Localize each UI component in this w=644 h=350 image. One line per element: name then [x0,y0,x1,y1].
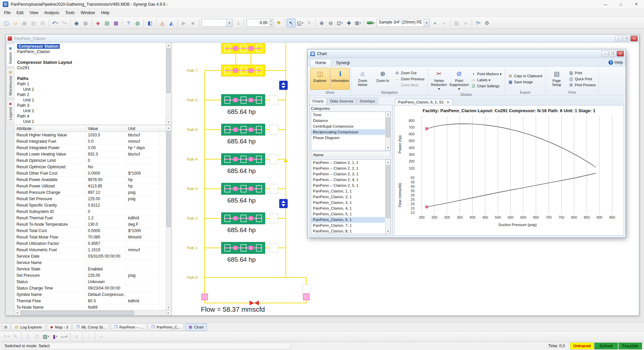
sidebar-tab-legend[interactable]: ◆Legend [6,99,14,123]
chart-window-titlebar[interactable]: ▦ Chart — ❐ ✕ [308,49,626,58]
category-item[interactable]: Time [311,112,385,118]
page-setup-button[interactable]: ▤Page Setup [547,68,567,90]
scenario-combo[interactable]: ▾ [202,19,232,27]
highlight-color-tool[interactable]: ▮▾ [51,332,59,341]
chart-name-item[interactable]: PanPenn_Clarion, 5, 1 [311,211,385,217]
chart-minimize-button[interactable]: — [601,51,608,56]
help[interactable]: ?▾ [474,18,482,27]
chart-name-item[interactable]: PanPenn_Clarion, 1, 1 [311,188,385,194]
chart-doc-tab[interactable]: ▦Chart [185,323,207,331]
add-node-tool[interactable]: + [431,18,439,27]
world-options[interactable]: ◍ [133,18,142,27]
table-row[interactable]: Result Specific Gravity0.6112 [14,202,166,209]
chart-tab-close-icon[interactable]: ✕ [446,100,449,104]
model-explorer[interactable]: ◈ [94,18,102,27]
tree-scrollbar-track[interactable] [166,48,171,120]
map-tab[interactable]: ◆Map - 3 [47,323,71,331]
explorer-toggle[interactable]: ◫Explorer [310,68,330,90]
pan-tool[interactable]: ✚ [344,18,353,27]
category-item[interactable]: Phase Diagram [311,135,385,141]
table-row[interactable]: Result Power Utilized4113.85hp [14,183,166,189]
chart-name-item[interactable]: PanPenn_Clarion, 2, 1 [311,194,385,200]
table-row[interactable]: Result Subsystem ID0 [14,209,166,215]
table-row[interactable]: Result Optimizer Limit0 [14,158,166,164]
fill-color-tool[interactable]: ▨▾ [42,332,50,341]
save-image-button[interactable]: ▦Save Image [506,79,544,85]
tree-item[interactable] [17,54,166,60]
table-row[interactable]: Result Utilization Factor0.4557 [14,240,166,247]
ribbon-tab-synergi[interactable]: Synergi [331,59,355,66]
chart-name-item[interactable]: PanPenn_Clarion, 4, 1 [311,206,385,211]
table-row[interactable]: Status Change Time09/23/04 00:00:00 [14,285,166,292]
chart-name-item[interactable]: PanPenn -- Clairion 2, 2, 1 [311,166,385,171]
chart-name-item[interactable]: PanPenn_Clarion, 7, 1 [311,223,385,228]
bidirectional-flow-node[interactable] [279,81,287,90]
report-tool[interactable]: ▤ [103,18,111,27]
menu-window[interactable]: Window [78,9,98,17]
pipe-tool[interactable]: ▾ [366,18,376,27]
chart-tool[interactable]: ▦ [112,18,120,27]
spin-down-icon[interactable]: ▼ [269,23,273,27]
menu-view[interactable]: View [26,9,41,17]
names-scrollbar[interactable]: ▲▼ [385,160,390,234]
grid-scrollbar-thumb[interactable] [166,131,171,227]
sidebar-tab-station[interactable]: ▦Station [6,44,14,67]
tree-item-selected[interactable]: Compressor Station [17,44,60,49]
elevation-field[interactable]: ▲▼ [247,19,273,27]
line-color-tool[interactable]: ―▾ [60,332,68,341]
categories-scrollbar[interactable]: ▲▼ [385,112,390,150]
category-item[interactable]: Centrifugal Compressor [311,124,385,129]
zoom-home-button[interactable]: ⌂Zoom Home [353,68,372,90]
panpenn-clarion-tab[interactable]: ❐PanPenn_C... [148,323,184,331]
table-row[interactable]: Result Higher Heating Value1033.5btu/scf [14,132,166,138]
menu-file[interactable]: File [1,9,13,17]
tree-item[interactable]: Path 3 [17,103,166,108]
grid-scrollbar[interactable]: ▲▼ [166,125,171,310]
tree-scrollbar[interactable]: ▲▼ [166,43,171,125]
scroll-left-icon[interactable]: ◄ [14,310,20,315]
column-header-attribute[interactable]: Attribute∕ [14,125,86,132]
station-minimize-button[interactable]: — [615,36,622,41]
categories-scrollbar-thumb[interactable] [386,118,390,137]
tree-item[interactable]: Path 4 [17,114,166,119]
table-row[interactable]: Result Total Cost0.0000$*1000 [14,228,166,234]
menu-edit[interactable]: Edit [13,9,26,17]
new-file[interactable]: ▢ [2,18,11,27]
tree-item[interactable] [17,71,166,76]
table-row[interactable]: Set Pressure225.00psig [14,272,166,279]
zoom-out-tool[interactable]: ⊖ [326,18,335,27]
node-square[interactable] [202,294,208,300]
tab-data-sources[interactable]: Data Sources [327,98,357,105]
tab-overlays[interactable]: Overlays [357,98,378,105]
station-restore-button[interactable]: ❐ [623,36,630,41]
grid-hscroll-track[interactable] [20,310,166,315]
valve-icon[interactable] [250,301,254,305]
close-button[interactable]: ✕ [629,0,644,8]
table-row[interactable]: Result Total Molar Flow70.085Mmol/d [14,234,166,240]
table-row[interactable]: Service Date03/31/05 00:00:00 [14,253,166,260]
select-region[interactable]: ◱▾ [296,18,305,27]
print-button[interactable]: ▥Print [567,70,597,76]
name-column-header[interactable]: Name [311,151,391,158]
station-close-button[interactable]: ✕ [631,36,638,41]
chart-name-item[interactable]: PanPenn_Clarion, 3, 1 [311,200,385,206]
table-row[interactable]: Result Lower Heating Value932.3btu/scf [14,151,166,158]
table-row[interactable]: Thermal Flow60.3kdth/d [14,298,166,304]
column-header-unit[interactable]: Unit [126,125,160,132]
tree-item[interactable]: Path 2 [17,92,166,97]
menu-analysis[interactable]: Analysis [41,9,62,17]
select-tool[interactable]: ↖ [287,18,296,27]
tree-item[interactable]: Unit 1 [17,119,166,124]
sidebar-tab-warehouse[interactable]: ▤Warehouse [6,68,14,98]
menu-help[interactable]: Help [98,9,112,17]
ribbon-tab-home[interactable]: Home [310,59,331,66]
tree-item[interactable]: Compressor Station Layout [17,60,166,65]
find[interactable]: ◉ [72,18,81,27]
table-row[interactable]: Result Integrated Power0.00hp * days [14,145,166,151]
zoom-extents-tool[interactable]: ⊠▾ [354,18,362,27]
scroll-right-icon[interactable]: ► [166,310,171,315]
chart-restore-button[interactable]: ❐ [609,51,616,56]
chart-name-item[interactable]: PanPenn -- Clairion 2, 1, 1 [311,160,385,166]
minimize-button[interactable]: — [598,0,613,8]
scroll-up-icon[interactable]: ▲ [385,160,390,165]
